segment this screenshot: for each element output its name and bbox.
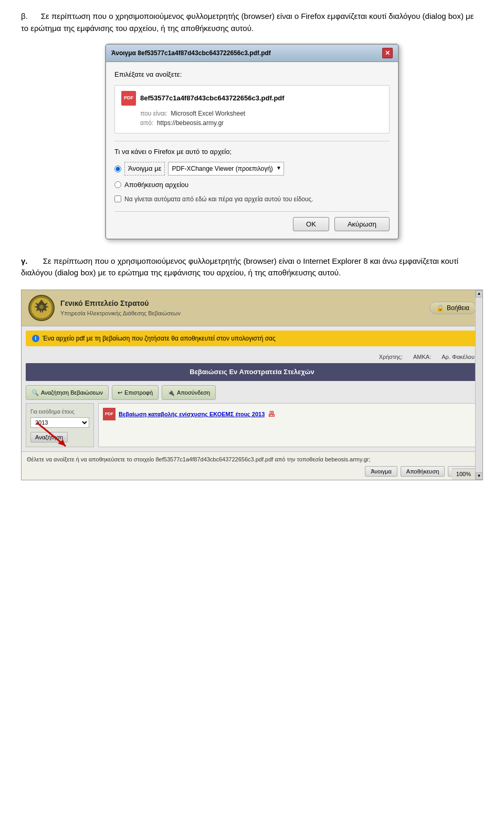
radio-save-input[interactable]: [114, 181, 121, 188]
ok-button[interactable]: OK: [293, 217, 329, 231]
svg-point-2: [39, 305, 44, 309]
ie-year-select[interactable]: 2013: [30, 417, 89, 428]
info-icon: i: [32, 335, 39, 342]
checkbox-row: Να γίνεται αυτόματα από εδώ και πέρα για…: [114, 194, 390, 204]
open-with-select: Άνοιγμα με: [124, 162, 165, 176]
file-type-icon: PDF: [121, 91, 136, 106]
ie-bottom-buttons: Άνοιγμα Αποθήκευση Ακύρω: [27, 466, 477, 477]
auto-action-checkbox[interactable]: [114, 195, 121, 202]
logout-icon: 🔌: [167, 388, 175, 397]
ie-help-button[interactable]: 🔒 Βοήθεια: [429, 302, 476, 314]
radio-save-label: Αποθήκευση αρχείου: [124, 180, 188, 190]
ie-notification-text: Ένα αρχείο pdf με τη βεβαίωση που ζητήσα…: [43, 334, 276, 343]
ie-title-block: Γενικό Επιτελείο Στρατού Υπηρεσία Ηλεκτρ…: [60, 298, 181, 318]
file-info-box: PDF 8ef53577c1a4f87d43cbc643722656c3.pdf…: [114, 85, 390, 133]
cancel-button[interactable]: Ακύρωση: [334, 217, 390, 231]
search-icon: 🔍: [32, 388, 39, 397]
ie-folder-info: Αρ. Φακέλου:: [442, 353, 476, 362]
ie-logo-section: Γενικό Επιτελείο Στρατού Υπηρεσία Ηλεκτρ…: [28, 294, 181, 322]
dialog-buttons: OK Ακύρωση: [114, 211, 390, 231]
open-with-dropdown[interactable]: PDF-XChange Viewer (προεπιλογή) ▼: [168, 162, 284, 176]
file-source-value: https://bebeosis.army.gr: [157, 119, 224, 127]
ie-scrollbar[interactable]: ▲ ▼: [475, 290, 482, 480]
ie-screenshot: Γενικό Επιτελείο Στρατού Υπηρεσία Ηλεκτρ…: [21, 290, 483, 480]
ie-right-panel: PDF Βεβαίωση καταβολής ενίσχυσης ΕΚΟΕΜΣ …: [98, 403, 478, 447]
beta-section-text: β. Σε περίπτωση που ο χρησιμοποιούμενος …: [21, 11, 483, 34]
dialog-title: Άνοιγμα 8ef53577c1a4f87d43cbc643722656c3…: [111, 48, 271, 58]
dialog-question-text: Τι να κάνει ο Firefox με αυτό το αρχείο;: [114, 141, 390, 157]
dialog-close-button[interactable]: ✕: [382, 48, 393, 58]
ie-file-badge: 🖷: [268, 409, 275, 420]
ie-header: Γενικό Επιτελείο Στρατού Υπηρεσία Ηλεκτρ…: [22, 290, 482, 326]
ie-amka-info: ΑΜΚΑ:: [413, 353, 431, 362]
ie-tab-return[interactable]: ↩ Επιστροφή: [112, 385, 159, 400]
ie-header-title: Γενικό Επιτελείο Στρατού: [60, 298, 181, 309]
scroll-down-arrow[interactable]: ▼: [476, 472, 483, 480]
ie-zoom-value: 100%: [456, 471, 471, 477]
ie-year-label: Για εισόδημα έτους: [30, 408, 89, 416]
ie-tabs: 🔍 Αναζήτηση Βεβαιώσεων ↩ Επιστροφή 🔌 Απο…: [22, 385, 482, 404]
ie-header-subtitle: Υπηρεσία Ηλεκτρονικής Διάθεσης Βεβαιώσεω…: [60, 309, 181, 318]
radio-open-input[interactable]: [114, 166, 121, 172]
ie-tab-search[interactable]: 🔍 Αναζήτηση Βεβαιώσεων: [26, 385, 109, 400]
radio-save-row: Αποθήκευση αρχείου: [114, 180, 390, 190]
radio-open-label: Άνοιγμα με: [128, 163, 161, 174]
ie-file-type-icon: PDF: [103, 408, 116, 420]
scroll-up-arrow[interactable]: ▲: [476, 290, 483, 297]
ie-search-button[interactable]: Αναζήτηση: [30, 432, 68, 442]
return-icon: ↩: [118, 388, 122, 397]
file-source-meta: από: https://bebeosis.army.gr: [140, 118, 383, 128]
ie-file-link[interactable]: Βεβαίωση καταβολής ενίσχυσης ΕΚΟΕΜΣ έτου…: [119, 410, 265, 419]
ie-bottom-bar: Θέλετε να ανοίξετε ή να αποθηκεύσετε το …: [22, 451, 482, 480]
file-type-value: Microsoft Excel Worksheet: [171, 110, 245, 117]
dialog-titlebar: Άνοιγμα 8ef53577c1a4f87d43cbc643722656c3…: [106, 45, 398, 62]
gamma-label: γ.: [21, 256, 28, 265]
ie-bottom-save-button[interactable]: Αποθήκευση: [401, 466, 445, 477]
ie-zoom-bar: 100%: [452, 468, 475, 480]
gamma-section-text: γ. Σε περίπτωση που ο χρησιμοποιούμενος …: [21, 255, 483, 279]
dropdown-arrow-icon: ▼: [276, 164, 281, 172]
ie-left-panel: Για εισόδημα έτους 2013 Αναζήτηση: [26, 403, 94, 447]
ie-file-row: PDF Βεβαίωση καταβολής ενίσχυσης ΕΚΟΕΜΣ …: [103, 408, 474, 420]
gamma-body-text: Σε περίπτωση που ο χρησιμοποιούμενος φυλ…: [21, 256, 458, 277]
ie-notification-bar: i Ένα αρχείο pdf με τη βεβαίωση που ζητή…: [26, 331, 478, 346]
lock-icon: 🔒: [436, 304, 444, 312]
dialog-prompt-text: Επιλέξατε να ανοίξετε:: [114, 69, 390, 80]
file-name: 8ef53577c1a4f87d43cbc643722656c3.pdf.pdf: [140, 93, 285, 104]
ie-bottom-text: Θέλετε να ανοίξετε ή να αποθηκεύσετε το …: [27, 455, 477, 464]
ie-tab-logout[interactable]: 🔌 Αποσύνδεση: [162, 385, 216, 400]
checkbox-label: Να γίνεται αυτόματα από εδώ και πέρα για…: [124, 194, 313, 204]
ie-content-area: Για εισόδημα έτους 2013 Αναζήτηση PDF Βε…: [22, 403, 482, 451]
ie-user-label: Χρήστης:: [379, 353, 403, 362]
army-logo-icon: [28, 294, 55, 322]
ie-user-info: Χρήστης: ΑΜΚΑ: Αρ. Φακέλου:: [22, 351, 482, 364]
dialog-body: Επιλέξατε να ανοίξετε: PDF 8ef53577c1a4f…: [106, 62, 398, 239]
file-type-meta: που είναι: Microsoft Excel Worksheet: [140, 109, 383, 118]
ie-bottom-open-button[interactable]: Άνοιγμα: [365, 466, 397, 477]
firefox-dialog-box: Άνοιγμα 8ef53577c1a4f87d43cbc643722656c3…: [105, 44, 399, 240]
gamma-section: γ. Σε περίπτωση που ο χρησιμοποιούμενος …: [21, 255, 483, 279]
firefox-dialog-container: Άνοιγμα 8ef53577c1a4f87d43cbc643722656c3…: [21, 44, 483, 240]
radio-open-row: Άνοιγμα με PDF-XChange Viewer (προεπιλογ…: [114, 162, 390, 176]
ie-section-title: Βεβαιώσεις Εν Αποστρατεία Στελεχών: [26, 363, 478, 381]
file-name-row: PDF 8ef53577c1a4f87d43cbc643722656c3.pdf…: [121, 91, 383, 106]
ie-screenshot-wrapper: Γενικό Επιτελείο Στρατού Υπηρεσία Ηλεκτρ…: [21, 290, 483, 480]
